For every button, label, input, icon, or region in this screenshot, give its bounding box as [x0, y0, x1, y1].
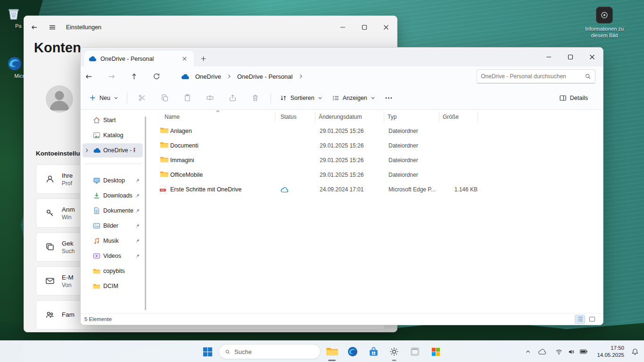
- explorer-minimize-button[interactable]: [538, 48, 560, 66]
- sidebar-item-copybits[interactable]: copybits: [83, 264, 143, 278]
- taskbar-app-grey[interactable]: [405, 341, 425, 362]
- explorer-close-button[interactable]: [581, 48, 603, 66]
- view-button[interactable]: Anzeigen: [327, 90, 380, 106]
- sidebar-item-label: Katalog: [103, 132, 135, 139]
- notification-bell-icon[interactable]: [629, 342, 641, 361]
- file-row[interactable]: OfficeMobile 29.01.2025 15:26 Dateiordne…: [148, 168, 598, 182]
- sidebar-scrollbar[interactable]: [145, 116, 146, 310]
- spotlight-widget[interactable]: Informationen zu diesem Bild: [576, 7, 633, 39]
- details-pane-icon: [559, 94, 567, 102]
- file-row[interactable]: PDF Erste Schritte mit OneDrive 24.09.20…: [148, 182, 598, 197]
- sidebar-item-label: Bilder: [103, 222, 135, 229]
- details-view-toggle[interactable]: [575, 315, 585, 324]
- pin-icon: [135, 239, 140, 243]
- sidebar-item-partial[interactable]: [83, 308, 143, 313]
- explorer-tab[interactable]: OneDrive - Personal: [84, 51, 194, 66]
- taskbar-search-box[interactable]: [219, 344, 321, 359]
- toolbar-divider: [271, 93, 271, 103]
- taskbar-search-input[interactable]: [234, 348, 317, 355]
- column-header-status[interactable]: Status: [281, 110, 297, 124]
- explorer-maximize-button[interactable]: [560, 48, 581, 66]
- sidebar-item-documents[interactable]: Dokumente: [83, 204, 143, 218]
- sidebar-item-pictures[interactable]: Bilder: [83, 219, 143, 233]
- settings-minimize-button[interactable]: [332, 16, 354, 39]
- spotlight-info-button[interactable]: [596, 7, 613, 24]
- sidebar-item-desktop[interactable]: Desktop: [83, 173, 143, 188]
- taskbar-clock[interactable]: 17:50 14.05.2025: [594, 345, 627, 359]
- forward-icon[interactable]: [103, 68, 119, 84]
- chevron-down-icon: [318, 96, 322, 100]
- explorer-search-box[interactable]: [477, 69, 595, 83]
- file-row[interactable]: Anlagen 29.01.2025 15:26 Dateiordner: [148, 124, 598, 139]
- card-title: Ihre: [62, 172, 73, 179]
- hamburger-menu-icon[interactable]: [48, 23, 57, 32]
- sidebar-item-music[interactable]: Musik: [83, 234, 143, 248]
- taskbar: 17:50 14.05.2025: [0, 340, 644, 362]
- column-header-name[interactable]: Name: [165, 110, 180, 124]
- sidebar-item-label: Dokumente: [103, 207, 135, 214]
- file-date: 29.01.2025 15:26: [320, 124, 363, 139]
- pin-icon: [135, 254, 140, 258]
- file-row[interactable]: Documenti 29.01.2025 15:26 Dateiordner: [148, 139, 598, 153]
- column-headers: Name Status Änderungsdatum Typ Größe: [147, 110, 603, 124]
- taskbar-store[interactable]: [363, 341, 384, 362]
- new-tab-button[interactable]: [198, 53, 209, 64]
- cut-icon[interactable]: [132, 90, 153, 106]
- taskbar-file-explorer[interactable]: [322, 341, 342, 362]
- wifi-icon: [555, 348, 563, 355]
- settings-titlebar[interactable]: Einstellungen: [24, 16, 397, 39]
- sidebar-item-onedrive[interactable]: OneDrive - Personal: [83, 143, 143, 157]
- start-button[interactable]: [197, 341, 218, 362]
- sidebar-item-downloads[interactable]: Downloads: [83, 189, 143, 203]
- videos-icon: [93, 252, 100, 260]
- share-icon[interactable]: [223, 90, 243, 106]
- copy-icon[interactable]: [155, 90, 175, 106]
- explorer-window: OneDrive - Personal OneDrive OneDrive - …: [80, 47, 603, 325]
- folder-icon: [93, 268, 100, 274]
- explorer-tabstrip[interactable]: OneDrive - Personal: [81, 48, 603, 66]
- back-icon[interactable]: [81, 68, 97, 84]
- settings-close-button[interactable]: [375, 16, 397, 39]
- chevron-right-icon[interactable]: [84, 148, 89, 153]
- taskbar-app-colorful[interactable]: [425, 341, 446, 362]
- pin-icon: [135, 193, 140, 198]
- details-button[interactable]: Details: [554, 90, 593, 106]
- thumbnail-view-toggle[interactable]: [587, 315, 597, 324]
- sidebar-item-dcim[interactable]: DCIM: [83, 279, 143, 293]
- back-icon[interactable]: [30, 23, 39, 32]
- delete-icon[interactable]: [245, 90, 266, 106]
- store-icon: [368, 346, 380, 358]
- mail-icon: [45, 276, 55, 286]
- sidebar-item-gallery[interactable]: Katalog: [83, 128, 143, 142]
- more-icon[interactable]: [381, 90, 397, 106]
- column-header-size[interactable]: Größe: [443, 110, 459, 124]
- chevron-right-icon: [298, 74, 303, 79]
- home-icon: [93, 116, 100, 124]
- person-icon: [45, 174, 55, 184]
- tab-close-icon[interactable]: [179, 53, 190, 65]
- account-avatar[interactable]: [46, 85, 73, 113]
- sort-button[interactable]: Sortieren: [275, 90, 327, 106]
- explorer-search-input[interactable]: [481, 73, 585, 80]
- taskbar-edge[interactable]: [342, 341, 363, 362]
- file-row[interactable]: Immagini 29.01.2025 15:26 Dateiordner: [148, 153, 598, 168]
- music-icon: [93, 237, 100, 245]
- paste-icon[interactable]: [177, 90, 198, 106]
- column-header-date[interactable]: Änderungsdatum: [319, 110, 362, 124]
- breadcrumb-item[interactable]: OneDrive: [193, 73, 223, 80]
- sidebar-item-videos[interactable]: Videos: [83, 249, 143, 263]
- up-icon[interactable]: [126, 68, 142, 84]
- tray-onedrive-icon[interactable]: [536, 342, 549, 361]
- tray-system-icons[interactable]: [551, 343, 592, 360]
- refresh-icon[interactable]: [149, 68, 165, 84]
- column-header-type[interactable]: Typ: [388, 110, 396, 124]
- folder-icon: [160, 141, 169, 148]
- tray-chevron-up-icon[interactable]: [522, 342, 534, 361]
- settings-maximize-button[interactable]: [354, 16, 375, 39]
- rename-icon[interactable]: [200, 90, 221, 106]
- clock-date: 14.05.2025: [597, 352, 624, 359]
- taskbar-settings[interactable]: [384, 341, 405, 362]
- sidebar-item-start[interactable]: Start: [83, 113, 143, 127]
- breadcrumb-item[interactable]: OneDrive - Personal: [235, 73, 295, 80]
- new-button[interactable]: Neu: [84, 90, 123, 106]
